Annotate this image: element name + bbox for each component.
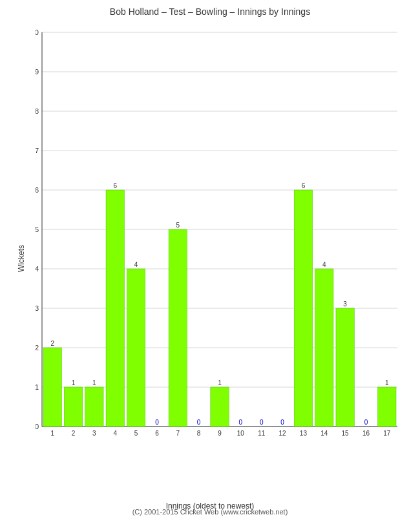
svg-text:1: 1: [36, 383, 39, 391]
svg-text:9: 9: [36, 68, 39, 76]
svg-text:11: 11: [258, 430, 266, 437]
svg-rect-66: [378, 387, 396, 427]
svg-text:12: 12: [278, 430, 286, 437]
svg-text:2: 2: [36, 344, 39, 352]
chart-area: 0123456789102112136445065708190100110126…: [36, 23, 410, 452]
svg-text:3: 3: [36, 304, 39, 312]
svg-text:4: 4: [36, 265, 39, 273]
svg-text:1: 1: [218, 379, 222, 386]
svg-text:6: 6: [155, 430, 159, 437]
svg-rect-41: [169, 229, 187, 427]
svg-text:0: 0: [36, 423, 39, 430]
svg-rect-33: [106, 190, 124, 427]
svg-text:1: 1: [50, 430, 54, 437]
svg-rect-61: [336, 308, 354, 427]
svg-text:13: 13: [300, 430, 308, 437]
svg-rect-55: [294, 190, 312, 427]
svg-text:7: 7: [176, 430, 180, 437]
footer: (C) 2001-2015 Cricket Web (www.cricketwe…: [0, 508, 420, 516]
svg-text:7: 7: [36, 147, 39, 154]
svg-text:0: 0: [280, 419, 284, 426]
svg-text:0: 0: [260, 419, 264, 426]
svg-text:8: 8: [197, 430, 201, 437]
svg-text:1: 1: [92, 379, 96, 386]
svg-text:10: 10: [36, 28, 39, 36]
svg-rect-58: [315, 269, 333, 427]
svg-text:5: 5: [176, 222, 180, 229]
svg-rect-24: [43, 348, 61, 427]
svg-text:6: 6: [36, 186, 39, 194]
svg-text:4: 4: [322, 261, 326, 268]
chart-container: Bob Holland – Test – Bowling – Innings b…: [0, 0, 420, 517]
svg-text:4: 4: [113, 430, 117, 437]
svg-text:4: 4: [134, 261, 138, 268]
svg-text:5: 5: [36, 226, 39, 233]
svg-text:0: 0: [197, 419, 201, 426]
svg-text:0: 0: [364, 419, 368, 426]
svg-text:3: 3: [92, 430, 96, 437]
svg-rect-27: [64, 387, 82, 427]
y-axis-label: Wickets: [17, 245, 26, 272]
svg-text:17: 17: [383, 430, 391, 437]
svg-text:0: 0: [239, 419, 243, 426]
svg-text:15: 15: [342, 430, 350, 437]
svg-text:9: 9: [218, 430, 222, 437]
chart-svg: 0123456789102112136445065708190100110126…: [36, 23, 410, 452]
svg-text:8: 8: [36, 107, 39, 115]
svg-rect-30: [85, 387, 103, 427]
svg-text:6: 6: [113, 182, 117, 189]
svg-text:16: 16: [362, 430, 370, 437]
svg-text:0: 0: [155, 419, 159, 426]
svg-text:6: 6: [302, 182, 306, 189]
svg-text:10: 10: [237, 430, 245, 437]
svg-text:2: 2: [50, 340, 54, 347]
svg-text:14: 14: [320, 430, 328, 437]
svg-text:1: 1: [385, 379, 389, 386]
svg-text:3: 3: [343, 301, 347, 308]
svg-rect-36: [127, 269, 145, 427]
svg-text:1: 1: [72, 379, 76, 386]
svg-text:2: 2: [72, 430, 76, 437]
svg-rect-46: [211, 387, 229, 427]
chart-title: Bob Holland – Test – Bowling – Innings b…: [0, 0, 420, 17]
svg-text:5: 5: [134, 430, 138, 437]
